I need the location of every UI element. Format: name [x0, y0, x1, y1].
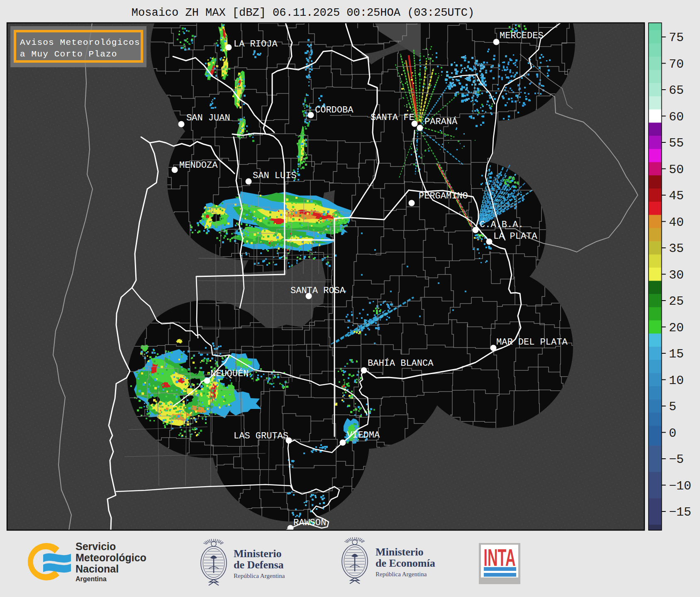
svg-text:de Economía: de Economía: [376, 557, 435, 569]
svg-text:60: 60: [669, 110, 684, 124]
svg-text:VIEDMA: VIEDMA: [347, 430, 380, 440]
svg-text:de Defensa: de Defensa: [234, 559, 284, 571]
svg-text:MAR DEL PLATA: MAR DEL PLATA: [496, 337, 568, 347]
svg-text:Argentina: Argentina: [76, 575, 107, 582]
svg-text:Ministerio: Ministerio: [234, 548, 282, 560]
svg-text:República Argentina: República Argentina: [376, 571, 427, 577]
svg-text:65: 65: [669, 83, 684, 98]
svg-text:INTA: INTA: [484, 544, 516, 571]
svg-text:−5: −5: [669, 453, 684, 467]
svg-text:50: 50: [669, 163, 684, 177]
svg-text:45: 45: [669, 189, 684, 203]
svg-text:República Argentina: República Argentina: [234, 573, 285, 579]
svg-text:Servicio: Servicio: [76, 541, 116, 552]
svg-text:70: 70: [669, 57, 684, 71]
svg-text:10: 10: [669, 374, 684, 388]
svg-text:PERGAMINO: PERGAMINO: [419, 191, 468, 201]
svg-text:a Muy Corto Plazo: a Muy Corto Plazo: [20, 49, 117, 59]
svg-text:LA RIOJA: LA RIOJA: [234, 39, 278, 49]
svg-text:40: 40: [669, 215, 684, 230]
svg-text:Avisos Meteorológicos: Avisos Meteorológicos: [20, 38, 140, 47]
svg-text:SANTA ROSA: SANTA ROSA: [290, 286, 346, 296]
svg-text:55: 55: [669, 136, 684, 150]
svg-text:20: 20: [669, 321, 684, 335]
svg-text:Ministerio: Ministerio: [376, 546, 424, 558]
svg-text:LA PLATA: LA PLATA: [493, 231, 537, 242]
svg-text:SANTA FE: SANTA FE: [371, 113, 415, 123]
svg-text:NEUQUÉN: NEUQUÉN: [210, 368, 249, 379]
svg-text:Nacional: Nacional: [76, 563, 119, 575]
svg-text:Mosaico ZH MAX [dBZ] 06.11.202: Mosaico ZH MAX [dBZ] 06.11.2025 00:25HOA…: [132, 7, 474, 19]
svg-text:−15: −15: [669, 505, 691, 519]
svg-text:RAWSON: RAWSON: [293, 518, 326, 528]
svg-text:C.A.B.A.: C.A.B.A.: [480, 220, 524, 230]
svg-text:Meteorológico: Meteorológico: [76, 552, 146, 563]
svg-text:0: 0: [669, 426, 676, 440]
svg-text:25: 25: [669, 294, 684, 308]
svg-text:PARANÁ: PARANÁ: [424, 116, 458, 127]
svg-text:15: 15: [669, 347, 684, 361]
svg-text:−10: −10: [669, 479, 691, 493]
svg-text:30: 30: [669, 268, 684, 282]
svg-text:75: 75: [669, 31, 684, 45]
svg-text:SAN JUAN: SAN JUAN: [186, 113, 230, 123]
svg-text:CÓRDOBA: CÓRDOBA: [315, 105, 354, 115]
svg-text:MERCEDES: MERCEDES: [500, 31, 544, 41]
svg-text:35: 35: [669, 242, 684, 256]
svg-text:5: 5: [669, 400, 676, 414]
svg-text:SAN LUIS: SAN LUIS: [253, 171, 297, 181]
svg-text:LAS GRUTAS: LAS GRUTAS: [234, 431, 288, 441]
svg-text:MENDOZA: MENDOZA: [179, 160, 218, 171]
svg-text:BAHÍA BLANCA: BAHÍA BLANCA: [368, 358, 434, 369]
